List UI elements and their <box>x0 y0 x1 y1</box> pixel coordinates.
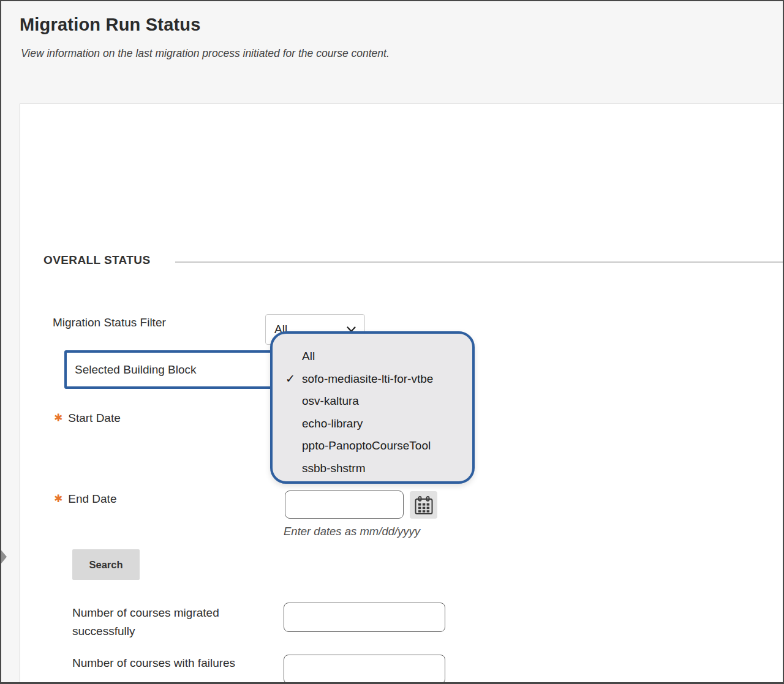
calendar-button[interactable] <box>410 491 437 519</box>
overall-status-rule <box>175 261 783 263</box>
page-subtitle: View information on the last migration p… <box>21 47 390 60</box>
selected-building-block-annotation: Selected Building Block <box>64 350 273 389</box>
selected-building-block-label: Selected Building Block <box>75 363 197 377</box>
search-button[interactable]: Search <box>72 549 140 580</box>
end-date-row: ✱End Date <box>54 492 116 506</box>
end-date-input[interactable] <box>285 490 404 519</box>
dropdown-item-osv-kaltura[interactable]: osv-kaltura <box>273 390 472 413</box>
required-icon: ✱ <box>54 412 62 424</box>
dropdown-item-ppto-panopto[interactable]: ppto-PanoptoCourseTool <box>273 435 472 457</box>
required-icon: ✱ <box>54 493 62 505</box>
dropdown-item-sofo-mediasite[interactable]: ✓ sofo-mediasite-lti-for-vtbe <box>273 368 472 391</box>
checkmark-icon: ✓ <box>285 368 295 391</box>
dropdown-item-echo-library[interactable]: echo-library <box>273 413 472 435</box>
start-date-label: Start Date <box>68 412 121 424</box>
migration-status-filter-label: Migration Status Filter <box>53 316 166 329</box>
date-format-hint: Enter dates as mm/dd/yyyy <box>284 525 420 538</box>
dropdown-item-all[interactable]: All <box>273 345 472 368</box>
calendar-icon <box>413 495 434 516</box>
content-panel: OVERALL STATUS Migration Status Filter A… <box>20 103 783 682</box>
building-block-dropdown: All ✓ sofo-mediasite-lti-for-vtbe osv-ka… <box>270 331 475 484</box>
page-title: Migration Run Status <box>20 15 201 35</box>
courses-failures-input[interactable] <box>284 655 445 684</box>
courses-migrated-input[interactable] <box>284 603 445 632</box>
cursor-artifact <box>0 548 7 564</box>
overall-status-heading: OVERALL STATUS <box>43 254 151 267</box>
dropdown-item-ssbb-shstrm[interactable]: ssbb-shstrm <box>273 457 472 480</box>
end-date-label: End Date <box>68 492 116 505</box>
courses-failures-label: Number of courses with failures <box>72 656 235 670</box>
courses-migrated-label: Number of courses migrated successfully <box>72 604 259 641</box>
migration-run-status-screen: Migration Run Status View information on… <box>0 0 784 684</box>
start-date-row: ✱Start Date <box>54 412 121 425</box>
